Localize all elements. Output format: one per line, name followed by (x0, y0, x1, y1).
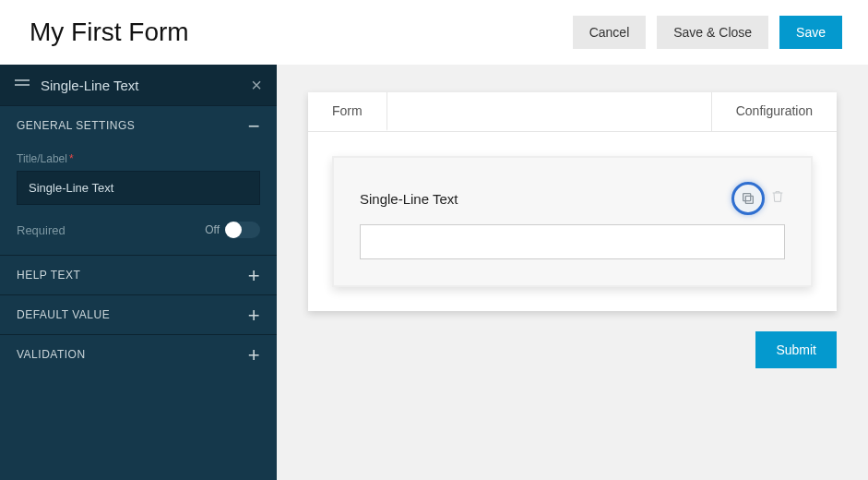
field-block-head: Single-Line Text (360, 176, 785, 224)
field-block[interactable]: Single-Line Text (332, 156, 813, 287)
save-button[interactable]: Save (779, 16, 842, 49)
canvas: Form Configuration Single-Line Text (277, 65, 868, 480)
sidebar: Single-Line Text × General Settings − Ti… (0, 65, 277, 480)
svg-rect-1 (743, 194, 751, 201)
single-line-text-input[interactable] (360, 224, 785, 259)
field-label: Single-Line Text (360, 191, 458, 207)
trash-icon[interactable] (770, 188, 785, 209)
copy-icon[interactable] (731, 182, 765, 215)
title-label-text: Title/Label (17, 152, 67, 165)
required-label: Required (17, 223, 65, 237)
section-default-value-label: Default Value (17, 308, 110, 321)
drag-handle-icon[interactable] (15, 84, 30, 86)
top-actions: Cancel Save & Close Save (573, 16, 842, 49)
workspace: Single-Line Text × General Settings − Ti… (0, 65, 868, 480)
required-toggle-wrap: Off (205, 222, 260, 238)
section-general-settings[interactable]: General Settings − (0, 105, 277, 145)
field-actions (731, 182, 785, 215)
required-state: Off (205, 223, 220, 236)
tab-configuration[interactable]: Configuration (711, 92, 837, 131)
save-close-button[interactable]: Save & Close (657, 16, 768, 49)
cancel-button[interactable]: Cancel (573, 16, 647, 49)
tabs: Form Configuration (308, 92, 837, 132)
form-area: Single-Line Text (308, 132, 837, 311)
plus-icon: + (248, 270, 260, 281)
submit-button[interactable]: Submit (755, 331, 837, 368)
submit-row: Submit (308, 311, 837, 368)
section-default-value[interactable]: Default Value + (0, 294, 277, 334)
title-input[interactable] (17, 171, 260, 205)
page-title: My First Form (30, 18, 189, 47)
tab-form[interactable]: Form (308, 92, 387, 131)
title-label: Title/Label* (17, 152, 260, 165)
top-toolbar: My First Form Cancel Save & Close Save (0, 0, 868, 65)
minus-icon: − (248, 121, 260, 131)
required-toggle[interactable] (225, 222, 260, 238)
section-help-text[interactable]: Help Text + (0, 255, 277, 294)
section-validation-label: Validation (17, 348, 86, 361)
required-asterisk: * (69, 152, 74, 165)
svg-rect-0 (745, 196, 753, 203)
plus-icon: + (248, 350, 260, 360)
sidebar-title: Single-Line Text (41, 78, 240, 93)
section-help-text-label: Help Text (17, 269, 80, 282)
tab-spacer (387, 92, 711, 131)
toggle-knob (225, 222, 242, 238)
required-row: Required Off (17, 222, 260, 238)
section-general-body: Title/Label* Required Off (0, 145, 277, 255)
plus-icon: + (248, 310, 260, 320)
form-card: Form Configuration Single-Line Text (308, 92, 837, 311)
section-general-label: General Settings (17, 119, 135, 132)
section-validation[interactable]: Validation + (0, 334, 277, 374)
close-icon[interactable]: × (251, 76, 262, 94)
sidebar-header: Single-Line Text × (0, 65, 277, 105)
